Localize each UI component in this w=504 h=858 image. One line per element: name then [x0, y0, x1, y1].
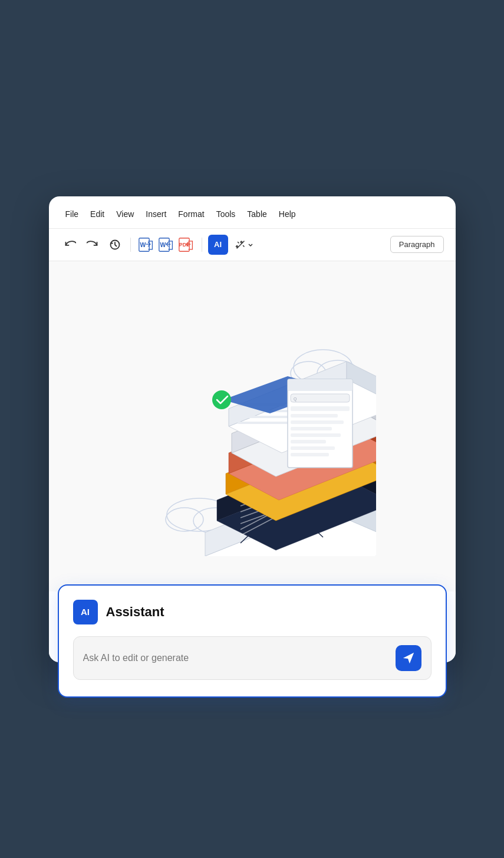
history-button[interactable]	[106, 235, 124, 254]
ai-panel-title: Assistant	[106, 604, 164, 620]
pdf-export-button[interactable]: PDF	[177, 235, 196, 254]
ai-send-button[interactable]	[396, 645, 421, 671]
svg-rect-58	[291, 446, 335, 450]
undo-button[interactable]	[61, 235, 80, 254]
ai-panel-header: AI Assistant	[73, 600, 431, 624]
separator-1	[130, 238, 131, 252]
ai-toolbar-button[interactable]: AI	[208, 235, 228, 255]
svg-text:W: W	[140, 242, 146, 248]
editor-window: File Edit View Insert Format Tools Table…	[49, 196, 456, 662]
export-group: W W PDF	[137, 235, 196, 254]
svg-rect-59	[291, 453, 329, 456]
redo-button[interactable]	[83, 235, 102, 254]
magic-wand-button[interactable]	[232, 237, 258, 252]
ai-panel-icon: AI	[73, 600, 98, 624]
svg-rect-50	[291, 394, 350, 402]
send-icon	[402, 652, 415, 665]
svg-rect-55	[291, 427, 332, 430]
menu-view[interactable]: View	[111, 207, 139, 221]
ai-assistant-panel: AI Assistant	[58, 584, 447, 698]
word-export-button[interactable]: W	[157, 235, 176, 254]
svg-point-47	[212, 390, 231, 409]
menu-bar: File Edit View Insert Format Tools Table…	[49, 196, 456, 229]
toolbar: W W PDF	[49, 229, 456, 261]
svg-rect-52	[291, 406, 350, 411]
separator-2	[202, 238, 202, 252]
menu-edit[interactable]: Edit	[85, 207, 109, 221]
paragraph-dropdown[interactable]: Paragraph	[390, 236, 444, 253]
menu-table[interactable]: Table	[242, 207, 271, 221]
svg-text:Q: Q	[294, 397, 297, 402]
svg-rect-53	[291, 414, 338, 418]
ai-input-row	[73, 636, 431, 680]
menu-file[interactable]: File	[61, 207, 84, 221]
menu-tools[interactable]: Tools	[212, 207, 241, 221]
svg-text:W: W	[160, 242, 166, 248]
menu-insert[interactable]: Insert	[141, 207, 171, 221]
svg-point-13	[166, 508, 203, 531]
document-content: Q	[49, 261, 456, 591]
word-import-button[interactable]: W	[137, 235, 156, 254]
menu-help[interactable]: Help	[274, 207, 301, 221]
svg-rect-49	[288, 379, 353, 391]
svg-rect-56	[291, 433, 341, 437]
document-illustration: Q	[129, 297, 376, 556]
ai-text-input[interactable]	[83, 653, 390, 663]
svg-rect-57	[291, 440, 326, 443]
svg-rect-54	[291, 420, 344, 424]
menu-format[interactable]: Format	[173, 207, 209, 221]
